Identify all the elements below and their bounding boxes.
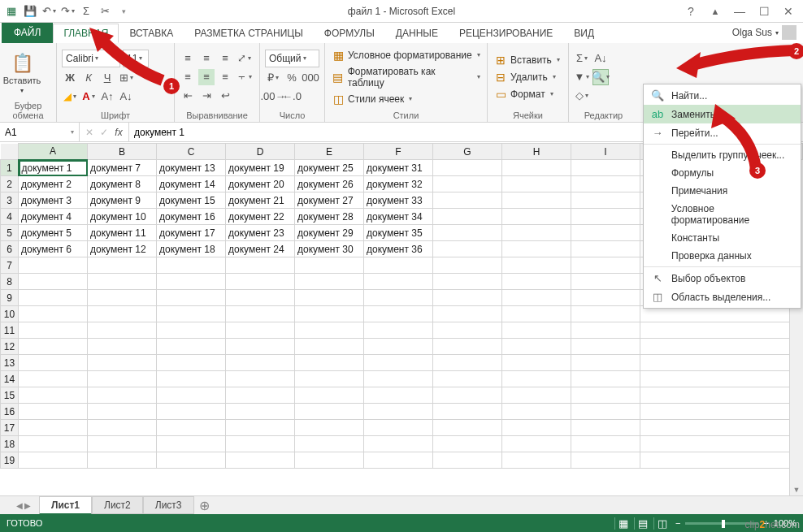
cell-B7[interactable]: [88, 257, 157, 274]
cell-B12[interactable]: [88, 339, 157, 355]
tab-data[interactable]: ДАННЫЕ: [385, 24, 449, 43]
cell-F8[interactable]: [364, 274, 433, 290]
undo-icon[interactable]: ↶: [41, 3, 57, 19]
cell-E12[interactable]: [295, 339, 364, 355]
cell-D6[interactable]: документ 24: [226, 241, 295, 257]
percent-icon[interactable]: %: [284, 70, 300, 86]
align-right-icon[interactable]: ≡: [217, 69, 233, 85]
cell-I2[interactable]: [571, 176, 640, 192]
col-header-E[interactable]: E: [295, 144, 364, 160]
tab-view[interactable]: ВИД: [563, 24, 605, 43]
row-header-8[interactable]: 8: [1, 274, 19, 290]
cell-E16[interactable]: [295, 404, 364, 420]
cell-I13[interactable]: [571, 355, 640, 371]
cell-F5[interactable]: документ 35: [364, 225, 433, 241]
cell-E18[interactable]: [295, 436, 364, 452]
cell-D3[interactable]: документ 21: [226, 192, 295, 209]
cell-F7[interactable]: [364, 257, 433, 274]
row-header-17[interactable]: 17: [1, 420, 19, 436]
cell-E17[interactable]: [295, 420, 364, 436]
row-header-5[interactable]: 5: [1, 225, 19, 241]
cell-F18[interactable]: [364, 436, 433, 452]
cell-I10[interactable]: [571, 306, 640, 322]
bold-icon[interactable]: Ж: [62, 70, 78, 86]
cell-A5[interactable]: документ 5: [19, 225, 88, 241]
cell-H11[interactable]: [502, 322, 571, 339]
cell-C1[interactable]: документ 13: [157, 160, 226, 176]
col-header-G[interactable]: G: [433, 144, 502, 160]
cell-I15[interactable]: [571, 387, 640, 404]
cell-E2[interactable]: документ 26: [295, 176, 364, 192]
cell-E19[interactable]: [295, 452, 364, 469]
sort-button[interactable]: A↓: [592, 50, 609, 67]
clear-button[interactable]: ◇: [574, 88, 590, 104]
cell-A17[interactable]: [19, 420, 88, 436]
row-header-15[interactable]: 15: [1, 387, 19, 404]
qat-more-icon[interactable]: ▾: [115, 3, 132, 19]
row-header-4[interactable]: 4: [1, 209, 19, 225]
row-header-7[interactable]: 7: [1, 257, 19, 274]
cell-G19[interactable]: [433, 452, 502, 469]
cell-F2[interactable]: документ 32: [364, 176, 433, 192]
autosum-button[interactable]: Σ: [574, 50, 590, 67]
cell-B5[interactable]: документ 11: [88, 225, 157, 241]
cell-D9[interactable]: [226, 290, 295, 306]
menu-selection-pane[interactable]: ◫Область выделения...: [644, 288, 801, 306]
cell-E7[interactable]: [295, 257, 364, 274]
conditional-formatting-button[interactable]: ▦Условное форматирование: [330, 48, 482, 63]
cell-B10[interactable]: [88, 306, 157, 322]
cell-H19[interactable]: [502, 452, 571, 469]
cell-F13[interactable]: [364, 355, 433, 371]
cell-E3[interactable]: документ 27: [295, 192, 364, 209]
cell-D16[interactable]: [226, 404, 295, 420]
user-account[interactable]: Olga Sus ▾: [726, 22, 803, 43]
cell-F3[interactable]: документ 33: [364, 192, 433, 209]
cell-H15[interactable]: [502, 387, 571, 404]
cell-A18[interactable]: [19, 436, 88, 452]
cell-C8[interactable]: [157, 274, 226, 290]
cell-E6[interactable]: документ 30: [295, 241, 364, 257]
cell-I6[interactable]: [571, 241, 640, 257]
cell-B15[interactable]: [88, 387, 157, 404]
cell-F17[interactable]: [364, 420, 433, 436]
row-header-19[interactable]: 19: [1, 452, 19, 469]
cell-C16[interactable]: [157, 404, 226, 420]
cell-C15[interactable]: [157, 387, 226, 404]
cell-B6[interactable]: документ 12: [88, 241, 157, 257]
menu-select-objects[interactable]: ↖Выбор объектов: [644, 269, 801, 288]
cell-I17[interactable]: [571, 420, 640, 436]
cell-I19[interactable]: [571, 452, 640, 469]
cell-H1[interactable]: [502, 160, 571, 176]
col-header-B[interactable]: B: [88, 144, 157, 160]
cell-H14[interactable]: [502, 371, 571, 387]
save-icon[interactable]: 💾: [22, 3, 38, 19]
cell-A12[interactable]: [19, 339, 88, 355]
cell-B11[interactable]: [88, 322, 157, 339]
help-icon[interactable]: ?: [679, 2, 702, 20]
cell-G7[interactable]: [433, 257, 502, 274]
redo-icon[interactable]: ↷: [59, 3, 76, 19]
menu-constants[interactable]: Константы: [644, 229, 801, 247]
tab-file[interactable]: ФАЙЛ: [2, 22, 53, 43]
format-cells-button[interactable]: ▭Формат: [493, 87, 563, 102]
cell-C12[interactable]: [157, 339, 226, 355]
cell-F9[interactable]: [364, 290, 433, 306]
cell-D2[interactable]: документ 20: [226, 176, 295, 192]
add-sheet-button[interactable]: ⊕: [199, 498, 210, 513]
row-header-3[interactable]: 3: [1, 192, 19, 209]
cell-G15[interactable]: [433, 387, 502, 404]
align-left-icon[interactable]: ≡: [180, 69, 196, 85]
cell-H16[interactable]: [502, 404, 571, 420]
sheet-tab-1[interactable]: Лист1: [39, 496, 92, 515]
cell-I8[interactable]: [571, 274, 640, 290]
cell-C17[interactable]: [157, 420, 226, 436]
cell-G16[interactable]: [433, 404, 502, 420]
cell-styles-button[interactable]: ◫Стили ячеек: [330, 92, 482, 106]
cell-D12[interactable]: [226, 339, 295, 355]
fx-icon[interactable]: fx: [112, 127, 125, 138]
cell-D18[interactable]: [226, 436, 295, 452]
cell-C4[interactable]: документ 16: [157, 209, 226, 225]
cell-I14[interactable]: [571, 371, 640, 387]
row-header-14[interactable]: 14: [1, 371, 19, 387]
cell-A4[interactable]: документ 4: [19, 209, 88, 225]
